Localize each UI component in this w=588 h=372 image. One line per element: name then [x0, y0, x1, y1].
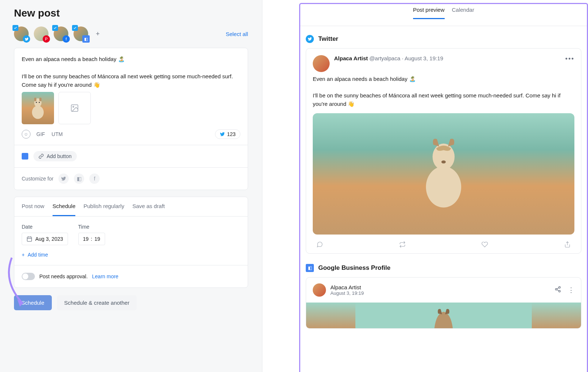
time-minute: 19 [94, 236, 100, 242]
utm-button[interactable]: UTM [51, 130, 63, 139]
customize-twitter[interactable] [58, 174, 69, 184]
tweet-author: Alpaca Artist [334, 55, 368, 61]
twitter-icon [306, 35, 314, 43]
svg-rect-8 [27, 237, 32, 242]
svg-point-0 [32, 106, 44, 119]
calendar-icon [26, 236, 32, 242]
svg-point-12 [426, 167, 461, 208]
gbp-more-button[interactable]: ⋮ [568, 286, 574, 294]
retweet-button[interactable] [399, 241, 406, 249]
date-value: Aug 3, 2023 [35, 236, 63, 242]
add-media-button[interactable] [58, 92, 91, 124]
gif-button[interactable]: GIF [36, 130, 46, 139]
account-facebook[interactable]: f [54, 26, 68, 41]
gbp-share-button[interactable] [555, 286, 561, 294]
gbp-timestamp: August 3, 19:19 [330, 290, 364, 296]
time-hour: 19 [83, 236, 89, 242]
gbp-avatar [313, 283, 326, 297]
emoji-button[interactable]: ☺ [22, 130, 31, 139]
tab-save-as-draft[interactable]: Save as draft [132, 197, 165, 216]
date-input[interactable]: Aug 3, 2023 [22, 233, 68, 245]
add-time-button[interactable]: + Add time [22, 252, 240, 258]
customize-gbp[interactable]: ◧ [74, 174, 84, 184]
checkbox-checked-icon [52, 25, 58, 31]
gbp-icon: ◧ [306, 264, 314, 272]
date-label: Date [22, 224, 68, 230]
tab-calendar[interactable]: Calendar [452, 7, 474, 19]
publish-card: Post now Schedule Publish regularly Save… [14, 197, 248, 288]
learn-more-link[interactable]: Learn more [92, 273, 119, 279]
tab-post-preview[interactable]: Post preview [413, 7, 445, 19]
account-gbp[interactable]: ◧ [74, 26, 88, 41]
composer-card: Even an alpaca needs a beach holiday 🏝️ … [14, 48, 248, 190]
checkbox-checked-icon [12, 25, 18, 31]
schedule-button[interactable]: Schedule [14, 295, 52, 310]
svg-rect-2 [34, 98, 36, 101]
gbp-icon: ◧ [82, 35, 90, 43]
char-count-value: 123 [227, 131, 236, 137]
customize-facebook[interactable]: f [89, 174, 100, 184]
svg-line-21 [557, 288, 559, 289]
tweet-preview: Alpaca Artist @artyalpaca · August 3, 19… [306, 48, 581, 254]
svg-point-7 [73, 106, 74, 107]
tab-post-now[interactable]: Post now [22, 197, 44, 216]
svg-point-5 [39, 102, 40, 103]
gbp-image [306, 303, 581, 328]
svg-point-19 [559, 290, 560, 292]
facebook-icon: f [62, 35, 70, 43]
like-button[interactable] [481, 241, 488, 249]
pinterest-icon: P [43, 35, 50, 43]
page-title: New post [14, 7, 248, 19]
tweet-image [313, 113, 574, 235]
gbp-icon [22, 153, 28, 160]
svg-line-20 [557, 290, 559, 291]
svg-rect-3 [39, 98, 42, 101]
svg-point-16 [441, 161, 446, 164]
tweet-handle: @artyalpaca · August 3, 19:19 [369, 55, 443, 61]
svg-point-18 [555, 289, 557, 290]
checkbox-checked-icon [72, 25, 78, 31]
post-text-input[interactable]: Even an alpaca needs a beach holiday 🏝️ … [14, 48, 248, 92]
tab-schedule[interactable]: Schedule [53, 197, 76, 216]
add-account-button[interactable]: + [93, 29, 102, 38]
approval-toggle[interactable] [22, 273, 35, 280]
add-button-action[interactable]: Add button [33, 151, 77, 161]
gbp-preview: Alpaca Artist August 3, 19:19 ⋮ [306, 277, 581, 329]
tweet-more-button[interactable]: ••• [565, 55, 574, 63]
tab-publish-regularly[interactable]: Publish regularly [83, 197, 124, 216]
approval-text: Post needs approval. [39, 273, 88, 279]
customize-label: Customize for [22, 176, 53, 182]
gbp-section-title: Google Business Profile [318, 264, 391, 272]
gbp-author: Alpaca Artist [330, 284, 364, 290]
tweet-text: Even an alpaca needs a beach holiday 🏝️ … [313, 75, 574, 108]
char-counter: 123 [215, 129, 240, 139]
add-button-label: Add button [47, 153, 72, 159]
svg-point-17 [559, 287, 560, 289]
tweet-avatar [313, 55, 330, 72]
schedule-another-button[interactable]: Schedule & create another [57, 295, 137, 310]
account-twitter[interactable] [14, 26, 29, 41]
twitter-icon [23, 35, 30, 43]
reply-button[interactable] [316, 241, 323, 249]
time-input[interactable]: 19 : 19 [78, 233, 105, 245]
share-button[interactable] [564, 241, 571, 249]
media-thumbnail[interactable] [22, 92, 54, 124]
twitter-section-title: Twitter [318, 35, 338, 43]
select-all-link[interactable]: Select all [226, 31, 248, 37]
time-label: Time [78, 224, 105, 230]
account-pinterest[interactable]: P [34, 26, 49, 41]
plus-icon: + [22, 252, 25, 258]
svg-point-4 [36, 102, 37, 103]
